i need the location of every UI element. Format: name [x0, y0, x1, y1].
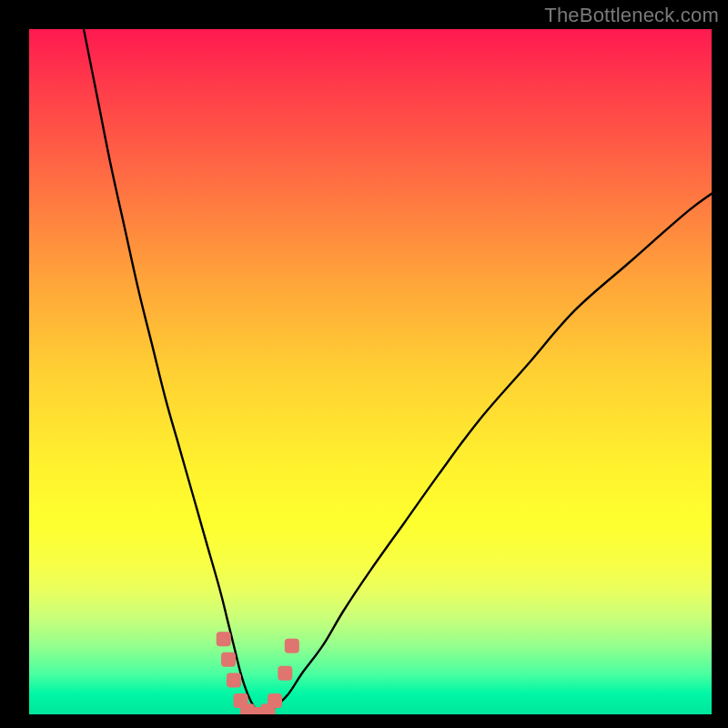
curve-marker — [268, 693, 282, 708]
chart-frame: TheBottleneck.com — [0, 0, 728, 728]
curve-layer — [84, 29, 712, 714]
bottleneck-curve — [84, 29, 712, 714]
curve-marker — [221, 652, 236, 667]
curve-marker — [278, 666, 292, 681]
watermark-text: TheBottleneck.com — [544, 4, 719, 27]
curve-marker — [217, 632, 231, 646]
curve-marker — [227, 672, 241, 687]
curve-markers — [217, 632, 299, 714]
curve-marker — [285, 639, 299, 653]
plot-area — [29, 29, 712, 714]
chart-svg — [29, 29, 712, 714]
